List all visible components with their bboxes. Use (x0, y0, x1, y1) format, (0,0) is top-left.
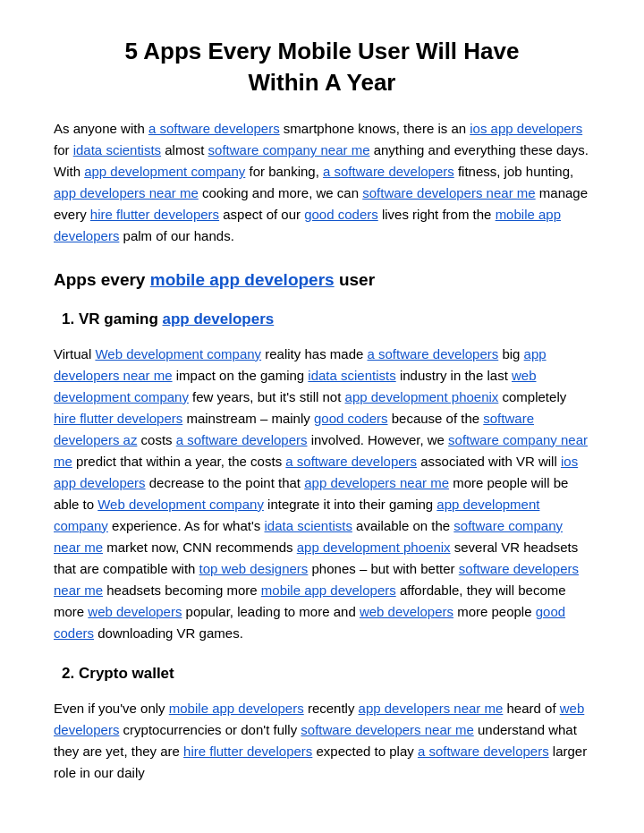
link-mobile-app-developers-heading[interactable]: mobile app developers (150, 270, 335, 289)
link-hire-flutter-crypto[interactable]: hire flutter developers (183, 744, 312, 759)
link-software-company-near-me[interactable]: software company near me (208, 142, 370, 157)
apps-section-heading: Apps every mobile app developers user (54, 267, 590, 293)
link-app-dev-phoenix-1[interactable]: app development phoenix (345, 389, 499, 404)
intro-paragraph: As anyone with a software developers sma… (54, 118, 590, 247)
link-idata-scientists[interactable]: idata scientists (73, 142, 161, 157)
link-top-web-designers[interactable]: top web designers (199, 561, 309, 576)
link-software-developers-near-me-crypto[interactable]: software developers near me (301, 722, 473, 737)
vr-body-paragraph: Virtual Web development company reality … (54, 344, 590, 644)
link-app-developers-near-me-vr2[interactable]: app developers near me (304, 475, 449, 490)
link-mobile-app-developers-crypto[interactable]: mobile app developers (169, 701, 304, 716)
link-a-software-developers-crypto[interactable]: a software developers (418, 744, 549, 759)
link-a-software-developers-2[interactable]: a software developers (323, 164, 454, 179)
vr-section-item: VR gaming app developers (79, 308, 590, 331)
link-web-dev-company-1[interactable]: Web development company (95, 346, 261, 361)
link-hire-flutter-vr[interactable]: hire flutter developers (54, 411, 182, 426)
link-mobile-app-developers-vr[interactable]: mobile app developers (261, 582, 396, 598)
link-good-coders[interactable]: good coders (304, 207, 378, 222)
link-ios-app-developers[interactable]: ios app developers (470, 121, 582, 136)
link-app-development-company[interactable]: app development company (84, 164, 245, 179)
link-hire-flutter-developers[interactable]: hire flutter developers (90, 207, 219, 222)
link-app-developers-near-me[interactable]: app developers near me (54, 185, 199, 200)
crypto-body-paragraph: Even if you've only mobile app developer… (54, 698, 590, 784)
link-app-developers-near-me-crypto[interactable]: app developers near me (359, 701, 504, 716)
sections-list: VR gaming app developers (54, 308, 590, 331)
crypto-section-list: Crypto wallet (54, 662, 590, 685)
link-a-software-developers[interactable]: a software developers (148, 121, 280, 136)
link-a-software-developers-vr3[interactable]: a software developers (285, 454, 417, 469)
link-good-coders-vr[interactable]: good coders (314, 411, 388, 426)
link-app-developers-heading[interactable]: app developers (163, 310, 275, 327)
link-web-dev-company-3[interactable]: Web development company (97, 497, 264, 512)
link-idata-scientists-vr2[interactable]: idata scientists (265, 518, 352, 533)
page: 5 Apps Every Mobile User Will Have Withi… (0, 0, 644, 833)
link-a-software-developers-vr[interactable]: a software developers (367, 346, 498, 361)
link-app-dev-phoenix-2[interactable]: app development phoenix (297, 540, 451, 555)
link-a-software-developers-vr2[interactable]: a software developers (176, 432, 308, 447)
page-title: 5 Apps Every Mobile User Will Have Withi… (54, 36, 590, 98)
link-web-developers-vr[interactable]: web developers (88, 604, 182, 619)
link-software-developers-near-me[interactable]: software developers near me (362, 185, 535, 200)
link-idata-scientists-vr[interactable]: idata scientists (308, 368, 395, 383)
crypto-section-item: Crypto wallet (79, 662, 590, 685)
link-web-developers-vr2[interactable]: web developers (360, 604, 453, 619)
